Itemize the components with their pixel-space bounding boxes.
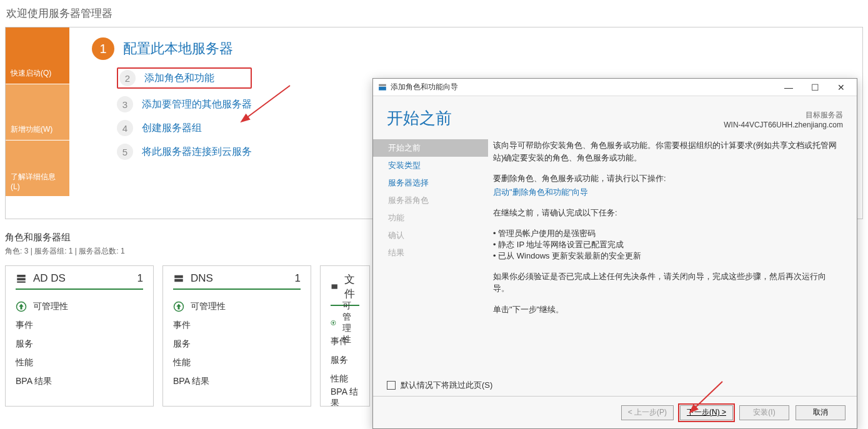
role-line-manage: 可管理性 (33, 301, 68, 312)
role-name: 文件 (344, 272, 359, 301)
wizard-li2: 静态 IP 地址等网络设置已配置完成 (493, 239, 842, 250)
dns-icon (173, 273, 184, 284)
up-arrow-icon (331, 317, 336, 328)
step-5-label: 将此服务器连接到云服务 (142, 145, 252, 159)
minimize-button[interactable]: — (776, 80, 802, 95)
tile-whatsnew[interactable]: 新增功能(W) (6, 84, 69, 140)
wizard-li1: 管理员帐户使用的是强密码 (493, 228, 842, 239)
role-count: 1 (137, 272, 143, 285)
step-1-title[interactable]: 配置此本地服务器 (123, 41, 233, 56)
role-line-services: 服务 (173, 338, 191, 350)
step-2-badge: 2 (119, 70, 136, 86)
wizard-p4: 如果你必须验证是否已完成上述任何先决条件，请关闭向导，完成这些步骤，然后再次运行… (493, 270, 842, 295)
wizard-content: 该向导可帮助你安装角色、角色服务或功能。你需要根据组织的计算要求(例如共享文档或… (488, 129, 857, 429)
cancel-button[interactable]: 取消 (796, 405, 846, 420)
role-name: DNS (191, 272, 213, 285)
step-1-badge: 1 (92, 37, 114, 60)
role-line-perf: 性能 (16, 357, 33, 368)
svg-line-0 (246, 86, 290, 118)
step-4-label: 创建服务器组 (142, 122, 202, 135)
role-line-events: 事件 (173, 320, 191, 331)
role-line-services: 服务 (331, 355, 348, 366)
svg-rect-11 (379, 84, 386, 86)
wizard-target: 目标服务器 WIN-44VCJT66UHH.zhenjiang.com (724, 110, 843, 129)
step-1-row: 1 配置此本地服务器 (92, 37, 252, 60)
role-line-bpa: BPA 结果 (16, 376, 52, 387)
adds-icon (16, 273, 27, 284)
nav-server-selection[interactable]: 服务器选择 (373, 174, 488, 192)
nav-server-roles: 服务器角色 (373, 192, 488, 209)
tile-learnmore[interactable]: 了解详细信息(L) (6, 140, 69, 196)
step-3-badge: 3 (117, 96, 133, 112)
role-line-manage: 可管理性 (191, 301, 226, 312)
role-line-bpa: BPA 结果 (173, 376, 209, 387)
svg-rect-8 (332, 284, 337, 288)
svg-rect-5 (174, 275, 183, 279)
step-2-add-roles[interactable]: 2 添加角色和功能 (117, 67, 252, 89)
role-line-bpa: BPA 结果 (331, 387, 359, 407)
role-line-services: 服务 (16, 338, 33, 350)
role-tile-files[interactable]: 文件 可管理性 事件 服务 性能 BPA 结果 (320, 265, 370, 407)
prev-button: < 上一步(P) (621, 405, 674, 420)
files-icon (331, 281, 338, 292)
wizard-p5: 单击"下一步"继续。 (493, 303, 842, 316)
wizard-p1: 该向导可帮助你安装角色、角色服务或功能。你需要根据组织的计算要求(例如共享文档或… (493, 139, 842, 164)
wizard-p2a: 要删除角色、角色服务或功能，请执行以下操作: (493, 172, 842, 185)
nav-features: 功能 (373, 209, 488, 227)
role-tile-adds[interactable]: AD DS 1 可管理性 事件 服务 性能 BPA 结果 (5, 265, 154, 407)
svg-rect-10 (379, 86, 386, 90)
svg-rect-6 (174, 279, 183, 282)
role-line-perf: 性能 (331, 373, 348, 385)
wizard-heading: 开始之前 (387, 107, 452, 129)
step-3-add-servers[interactable]: 3 添加要管理的其他服务器 (117, 96, 252, 112)
step-4-badge: 4 (117, 120, 133, 136)
role-count: 1 (295, 272, 301, 285)
next-button-label: 下一步(N) > (687, 407, 726, 418)
svg-rect-1 (17, 275, 26, 277)
step-5-cloud[interactable]: 5 将此服务器连接到云服务 (117, 144, 252, 160)
maximize-button[interactable]: ☐ (802, 80, 828, 95)
wizard-titlebar[interactable]: 添加角色和功能向导 — ☐ ✕ (373, 79, 857, 96)
next-button[interactable]: 下一步(N) > (680, 405, 733, 420)
role-line-events: 事件 (331, 336, 348, 347)
skip-checkbox[interactable] (387, 381, 396, 390)
step-5-badge: 5 (117, 144, 133, 160)
step-3-label: 添加要管理的其他服务器 (142, 98, 252, 111)
svg-rect-2 (17, 278, 26, 280)
remove-roles-link[interactable]: 启动"删除角色和功能"向导 (493, 187, 588, 197)
wizard-target-server: WIN-44VCJT66UHH.zhenjiang.com (724, 121, 843, 129)
role-line-perf: 性能 (173, 357, 191, 368)
nav-before-you-begin[interactable]: 开始之前 (373, 139, 488, 157)
svg-rect-3 (17, 282, 26, 283)
close-button[interactable]: ✕ (828, 80, 854, 95)
nav-install-type[interactable]: 安装类型 (373, 157, 488, 174)
skip-label: 默认情况下将跳过此页(S) (401, 380, 492, 391)
wizard-footer: < 上一步(P) 下一步(N) > 安装(I) 取消 (373, 396, 857, 428)
wizard-p3: 在继续之前，请确认完成以下任务: (493, 207, 842, 219)
nav-results: 结果 (373, 244, 488, 262)
wizard-app-icon (378, 83, 387, 92)
role-name: AD DS (33, 272, 66, 285)
step-2-label: 添加角色和功能 (144, 72, 214, 85)
nav-confirm: 确认 (373, 227, 488, 244)
wizard-li3: 已从 Windows 更新安装最新的安全更新 (493, 250, 842, 262)
up-arrow-icon (16, 301, 27, 312)
up-arrow-icon (173, 301, 184, 312)
welcome-heading: 欢迎使用服务器管理器 (0, 0, 868, 27)
wizard-target-label: 目标服务器 (724, 110, 843, 121)
wizard-title: 添加角色和功能向导 (391, 82, 458, 92)
tile-quickstart[interactable]: 快速启动(Q) (6, 27, 69, 84)
add-roles-wizard-dialog: 添加角色和功能向导 — ☐ ✕ 开始之前 目标服务器 WIN-44VCJT66U… (372, 78, 857, 429)
step-4-create-group[interactable]: 4 创建服务器组 (117, 120, 252, 136)
skip-checkbox-row[interactable]: 默认情况下将跳过此页(S) (387, 380, 492, 391)
role-line-events: 事件 (16, 320, 33, 331)
role-tile-dns[interactable]: DNS 1 可管理性 事件 服务 性能 BPA 结果 (162, 265, 311, 407)
install-button: 安装(I) (739, 405, 789, 420)
